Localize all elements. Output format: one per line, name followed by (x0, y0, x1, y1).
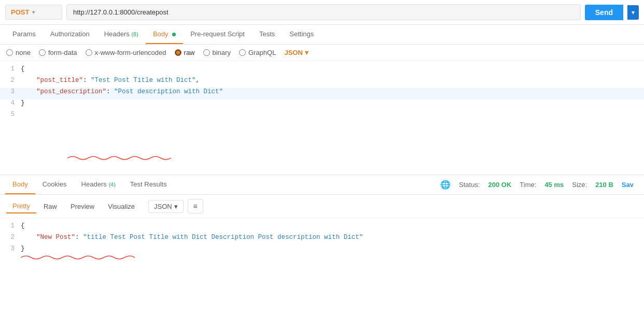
code-line-1: 1 { (0, 65, 644, 77)
resp-tab-body[interactable]: Body (5, 175, 35, 194)
tab-settings[interactable]: Settings (282, 25, 321, 44)
time-label: Time: (520, 181, 536, 189)
send-button[interactable]: Send (585, 5, 623, 20)
tab-tests[interactable]: Tests (252, 25, 282, 44)
radio-raw[interactable]: raw (175, 49, 195, 56)
request-body-editor[interactable]: 1 { 2 "post_title": "Test Post Title wit… (0, 61, 644, 175)
resp-code-line-2: 2 "New Post": "title Test Post Title wit… (0, 234, 644, 245)
response-format-bar: Pretty Raw Preview Visualize JSON ▾ ≡ (0, 195, 644, 218)
size-value: 210 B (595, 181, 613, 189)
tab-body[interactable]: Body (146, 25, 183, 44)
size-label: Size: (572, 181, 587, 189)
code-line-7 (0, 134, 644, 145)
resp-view-raw[interactable]: Raw (37, 200, 63, 213)
response-tabs: Body Cookies Headers (4) Test Results 🌐 … (0, 175, 644, 195)
word-wrap-icon[interactable]: ≡ (188, 199, 203, 213)
method-select[interactable]: POST ▾ (5, 5, 62, 20)
resp-code-line-3: 3 } (0, 245, 644, 256)
tab-authorization[interactable]: Authorization (43, 25, 97, 44)
url-input[interactable] (66, 4, 581, 20)
tab-params[interactable]: Params (5, 25, 43, 44)
code-line-9 (0, 156, 644, 168)
code-line-6 (0, 122, 644, 134)
radio-graphql[interactable]: GraphQL (239, 49, 276, 56)
save-link[interactable]: Sav (622, 181, 634, 189)
json-format-dropdown[interactable]: JSON ▾ (284, 49, 308, 56)
code-line-8 (0, 145, 644, 156)
method-label: POST (11, 8, 29, 16)
status-label: Status: (459, 181, 480, 189)
request-tabs: Params Authorization Headers (8) Body Pr… (0, 25, 644, 45)
resp-tab-headers[interactable]: Headers (4) (74, 175, 123, 194)
resp-format-select[interactable]: JSON ▾ (148, 200, 184, 213)
method-chevron-icon: ▾ (32, 9, 35, 15)
code-line-2: 2 "post_title": "Test Post Title with Di… (0, 77, 644, 88)
request-code-lines: 1 { 2 "post_title": "Test Post Title wit… (0, 65, 644, 168)
tab-headers[interactable]: Headers (8) (97, 25, 146, 44)
response-code-lines: 1 { 2 "New Post": "title Test Post Title… (0, 222, 644, 256)
radio-urlencoded[interactable]: x-www-form-urlencoded (86, 49, 166, 56)
code-line-4: 4 } (0, 99, 644, 111)
send-dropdown-button[interactable]: ▾ (627, 5, 639, 20)
resp-view-preview[interactable]: Preview (64, 200, 101, 213)
body-type-bar: none form-data x-www-form-urlencoded raw… (0, 45, 644, 61)
code-line-3: 3 "post_description": "Post description … (0, 88, 644, 99)
top-bar: POST ▾ Send ▾ (0, 0, 644, 25)
time-value: 45 ms (544, 181, 564, 189)
resp-view-visualize[interactable]: Visualize (102, 200, 141, 213)
resp-tab-test-results[interactable]: Test Results (123, 175, 174, 194)
json-dropdown-chevron: ▾ (305, 49, 309, 56)
resp-code-line-1: 1 { (0, 222, 644, 234)
resp-view-pretty[interactable]: Pretty (6, 199, 36, 213)
response-status-area: 🌐 Status: 200 OK Time: 45 ms Size: 210 B… (440, 180, 639, 190)
status-value: 200 OK (488, 181, 512, 189)
code-line-5: 5 (0, 111, 644, 122)
radio-form-data[interactable]: form-data (39, 49, 77, 56)
radio-none[interactable]: none (6, 49, 31, 56)
resp-format-chevron: ▾ (174, 203, 178, 210)
radio-binary[interactable]: binary (203, 49, 231, 56)
response-section: Body Cookies Headers (4) Test Results 🌐 … (0, 175, 644, 261)
response-code-area: 1 { 2 "New Post": "title Test Post Title… (0, 218, 644, 261)
resp-tab-cookies[interactable]: Cookies (35, 175, 74, 194)
body-dot-indicator (172, 33, 176, 36)
globe-icon: 🌐 (440, 180, 451, 190)
tab-pre-request[interactable]: Pre-request Script (183, 25, 252, 44)
